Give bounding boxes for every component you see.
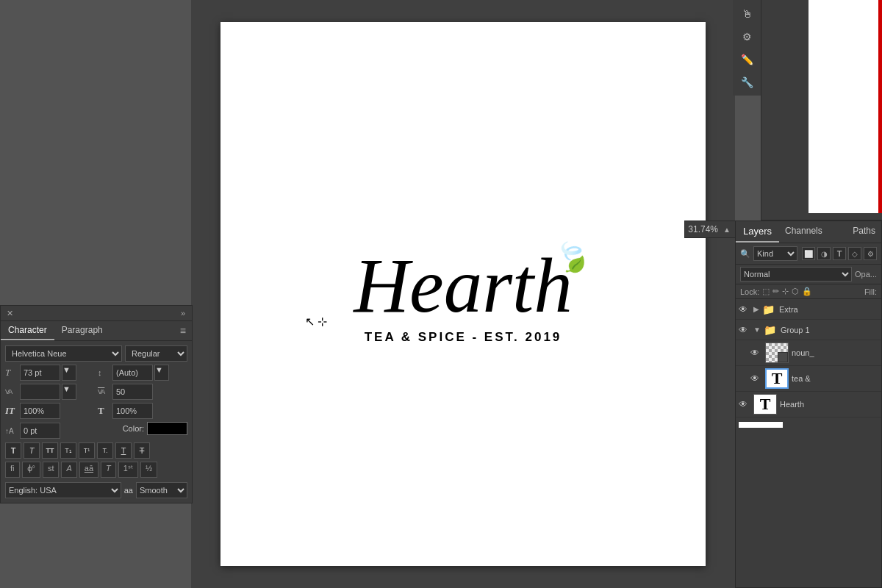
text-style-bold[interactable]: T	[5, 442, 21, 459]
vertical-scale-group: IT	[5, 403, 95, 419]
ligature-fraction[interactable]: ½	[140, 462, 157, 478]
logo-hearth-text: Hearth	[354, 243, 572, 329]
list-item[interactable]: 👁 ▼ 📁 Group 1	[736, 320, 881, 340]
font-family-select[interactable]: Helvetica Neue	[5, 345, 122, 362]
list-item[interactable]: 👁 ▶ 📁 Extra	[736, 299, 881, 320]
lock-label: Lock:	[740, 287, 759, 296]
text-style-strikethrough[interactable]: T	[134, 442, 150, 459]
layer-visibility-eye[interactable]: 👁	[739, 399, 750, 409]
kind-select[interactable]: Kind	[753, 246, 797, 261]
baseline-group: ↑A	[5, 422, 120, 440]
lock-artboard-icon[interactable]: ⬡	[792, 287, 799, 296]
filter-pixel-icon[interactable]: ⬜	[802, 247, 815, 260]
font-family-row: Helvetica Neue Regular	[5, 345, 187, 362]
tab-paths[interactable]: Paths	[847, 221, 881, 243]
color-group: Color:	[123, 422, 187, 435]
layer-name-noun: noun_	[792, 348, 878, 357]
tool-icon-3[interactable]: ✏️	[739, 51, 755, 67]
panel-menu-button[interactable]: ≡	[174, 321, 192, 340]
text-style-italic[interactable]: T	[24, 442, 40, 459]
layer-visibility-eye[interactable]: 👁	[750, 348, 762, 358]
character-panel: ✕ » Character Paragraph ≡ Helvetica Neue…	[0, 305, 193, 503]
ligature-row: fi ɸ° st A aā T 1ˢᵗ ½	[5, 462, 187, 478]
tracking-group: VA	[98, 384, 187, 400]
font-size-input[interactable]	[20, 365, 60, 381]
font-size-arrow[interactable]: ▼	[62, 365, 76, 381]
antialiasing-select[interactable]: Smooth	[136, 482, 187, 498]
layers-panel: Layers Channels Paths 🔍 Kind ⬜ ◑ T ◇ ⚙ N…	[735, 220, 882, 588]
scroll-up-arrow[interactable]: ▲	[721, 223, 733, 235]
zoom-display-area: 31.74% ▲	[684, 220, 736, 238]
leading-arrow[interactable]: ▼	[154, 365, 169, 381]
ligature-aa[interactable]: aā	[79, 462, 98, 478]
text-style-smallcaps[interactable]: T₁	[60, 442, 76, 459]
list-item[interactable]: 👁 T tea &	[736, 366, 881, 392]
tracking-input[interactable]	[112, 384, 153, 400]
lock-move-icon[interactable]: ⊹	[782, 287, 789, 296]
kerning-arrow[interactable]: ▼	[62, 384, 76, 400]
list-item[interactable]: 👁 noun_	[736, 340, 881, 366]
language-row: English: USA aa Smooth	[5, 482, 187, 498]
layer-name-hearth: Hearth	[780, 400, 878, 409]
vertical-scale-input[interactable]	[20, 403, 60, 419]
tool-icon-2[interactable]: ⚙	[739, 29, 755, 44]
ligature-discretionary[interactable]: T	[101, 462, 116, 478]
blend-mode-select[interactable]: Normal	[740, 267, 852, 282]
horizontal-scale-input[interactable]	[112, 403, 153, 419]
tab-channels[interactable]: Channels	[779, 221, 828, 243]
baseline-input[interactable]	[20, 423, 60, 439]
ligature-fi[interactable]: fi	[5, 462, 20, 478]
layer-visibility-eye[interactable]: 👁	[739, 304, 750, 315]
cursor-overlay: ↖ ⊹	[305, 315, 327, 329]
text-style-superscript[interactable]: T¹	[79, 442, 95, 459]
vertical-scale-label: IT	[5, 405, 18, 417]
kerning-input[interactable]	[20, 384, 60, 400]
leading-input[interactable]	[112, 365, 153, 381]
ligature-swash[interactable]: A	[61, 462, 76, 478]
lock-checkerboard-icon[interactable]: ⬚	[762, 287, 770, 296]
ligature-ordinal2[interactable]: 1ˢᵗ	[118, 462, 138, 478]
filter-shape-icon[interactable]: ◇	[848, 247, 861, 260]
layers-panel-tabs: Layers Channels Paths	[736, 221, 881, 243]
filter-text-icon[interactable]: T	[833, 247, 846, 260]
color-swatch[interactable]	[147, 422, 187, 435]
folder-icon: 📁	[762, 304, 775, 315]
tab-layers[interactable]: Layers	[736, 221, 779, 243]
panel-close-button[interactable]: ✕	[4, 307, 15, 319]
kerning-label: VA	[5, 388, 18, 395]
font-style-select[interactable]: Regular	[125, 345, 187, 362]
ligature-ordinal[interactable]: ɸ°	[22, 462, 40, 478]
layer-visibility-eye[interactable]: 👁	[739, 325, 750, 335]
ligature-st[interactable]: st	[43, 462, 60, 478]
scale-row: IT T	[5, 403, 187, 419]
layer-visibility-eye[interactable]: 👁	[750, 373, 762, 384]
layer-thumbnail-noun	[765, 343, 789, 363]
panel-collapse-button[interactable]: »	[177, 307, 189, 319]
language-select[interactable]: English: USA	[5, 482, 121, 498]
leading-group: ↕ ▼	[98, 365, 187, 381]
tool-icon-1[interactable]: 🖱	[739, 6, 755, 21]
layer-name-extra: Extra	[779, 305, 878, 314]
text-style-allcaps[interactable]: TT	[42, 442, 58, 459]
horizontal-scale-label: T	[98, 405, 111, 417]
list-item[interactable]: 👁 T Hearth	[736, 392, 881, 417]
filter-adjustment-icon[interactable]: ◑	[817, 247, 831, 260]
tool-icon-4[interactable]: 🔧	[739, 74, 755, 90]
tab-paragraph[interactable]: Paragraph	[54, 321, 110, 340]
character-panel-tabs: Character Paragraph ≡	[1, 321, 192, 341]
logo-container: Hearth 🍃 TEA & SPICE - EST. 2019	[354, 243, 572, 345]
color-label: Color:	[123, 424, 144, 433]
horizontal-scale-group: T	[98, 403, 187, 419]
text-style-underline[interactable]: T	[115, 442, 132, 459]
filter-smart-icon[interactable]: ⚙	[864, 247, 877, 260]
layer-expand-icon: ▼	[753, 326, 761, 334]
cursor-move-icon: ⊹	[318, 315, 327, 329]
baseline-label: ↑A	[5, 427, 18, 435]
lock-brush-icon[interactable]: ✏	[772, 287, 779, 296]
text-style-subscript[interactable]: T.	[97, 442, 113, 459]
lock-all-icon[interactable]: 🔒	[802, 287, 812, 296]
layer-bottom-bar	[736, 420, 881, 428]
cursor-arrow-icon: ↖	[305, 315, 315, 329]
tab-character[interactable]: Character	[1, 321, 54, 340]
tracking-label: VA	[98, 388, 111, 395]
